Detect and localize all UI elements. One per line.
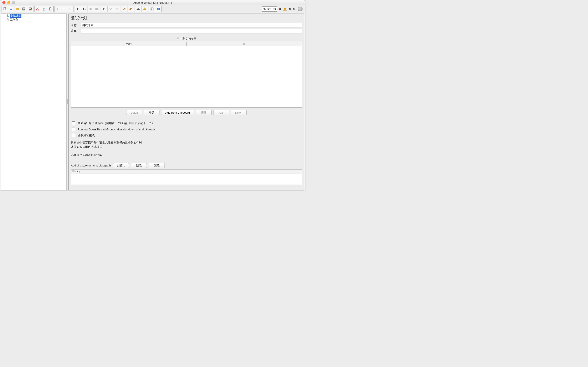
checkbox-serial[interactable] — [72, 121, 75, 125]
app-window: Apache JMeter (3.3 r1808647) — [0, 0, 305, 191]
copy-button[interactable] — [41, 6, 47, 12]
binoculars-icon — [136, 7, 140, 11]
search-button[interactable] — [135, 6, 141, 12]
remote-stop-icon — [109, 7, 113, 11]
classpath-label: Add directory or jar to classpath — [71, 164, 111, 167]
open-button[interactable] — [14, 6, 21, 12]
svg-point-29 — [137, 9, 138, 10]
tree-item-label: 测试计划 — [10, 14, 21, 18]
classpath-clear-button[interactable]: 清除 — [149, 163, 165, 168]
remote-start-icon — [102, 7, 106, 11]
bell-icon — [143, 7, 147, 11]
svg-rect-14 — [50, 8, 51, 8]
svg-rect-3 — [10, 9, 12, 9]
clear-button[interactable] — [121, 6, 128, 12]
clear-all-button[interactable] — [128, 6, 134, 12]
remote-start-button[interactable] — [101, 6, 108, 12]
warning-icon — [283, 7, 287, 11]
play-skip-icon — [82, 7, 86, 11]
toolbar: ? 00:00:00 0 0 / 0 — [0, 5, 305, 13]
svg-rect-5 — [23, 8, 25, 9]
broom-all-icon — [129, 7, 133, 11]
help-button[interactable]: ? — [155, 6, 161, 12]
svg-rect-12 — [43, 8, 45, 10]
flask-icon — [6, 14, 9, 17]
start-button[interactable] — [75, 6, 81, 12]
new-file-icon — [3, 7, 7, 11]
broom-icon — [122, 7, 126, 11]
svg-rect-35 — [285, 8, 285, 10]
shutdown-icon — [95, 7, 99, 11]
library-table[interactable]: Library — [71, 169, 302, 185]
library-header[interactable]: Library — [71, 170, 302, 174]
templates-button[interactable] — [8, 6, 14, 12]
reset-search-button[interactable] — [141, 6, 148, 12]
start-no-pause-button[interactable] — [81, 6, 87, 12]
status-indicator-icon — [298, 7, 303, 11]
copy-icon — [42, 7, 46, 11]
remote-shutdown-button[interactable] — [114, 6, 120, 12]
help-text-3: 选择这个选项很影响性能。 — [71, 153, 302, 157]
remote-stop-button[interactable] — [108, 6, 114, 12]
table-body[interactable] — [71, 46, 302, 108]
minus-icon — [62, 7, 66, 11]
vars-title: 用户定义的变量 — [71, 37, 302, 41]
checkbox-functional[interactable] — [72, 134, 75, 137]
svg-point-17 — [69, 8, 70, 8]
tree-item-test-plan[interactable]: 测试计划 — [1, 14, 67, 18]
remote-shutdown-icon — [115, 7, 119, 11]
check-functional[interactable]: 函数测试模式 — [71, 133, 302, 138]
add-from-clipboard-button[interactable]: Add from Clipboard — [161, 110, 194, 115]
svg-rect-2 — [10, 8, 12, 9]
editor-panel: 测试计划 名称： 注释： 用户定义的变量 名称: 值 — [69, 14, 304, 190]
save-button[interactable] — [21, 6, 27, 12]
new-button[interactable] — [2, 6, 8, 12]
check-teardown[interactable]: Run tearDown Thread Groups after shutdow… — [71, 127, 302, 132]
up-button[interactable]: Up — [213, 110, 229, 115]
tree-item-workbench[interactable]: 工作台 — [1, 18, 67, 22]
name-input[interactable] — [81, 23, 302, 28]
browse-button[interactable]: 浏览... — [113, 163, 129, 168]
col-name[interactable]: 名称: — [71, 42, 187, 46]
check-serial[interactable]: 独立运行每个线程组（例如在一个组运行结束后启动下一个） — [71, 121, 302, 126]
collapse-button[interactable] — [61, 6, 67, 12]
svg-point-30 — [138, 9, 139, 10]
svg-rect-38 — [7, 18, 8, 19]
shutdown-button[interactable] — [94, 6, 100, 12]
svg-rect-0 — [4, 8, 6, 10]
col-value[interactable]: 值 — [187, 42, 302, 46]
vars-buttons: Detail 添加 Add from Clipboard 删除 Up Down — [71, 110, 302, 115]
help-text-2: 才需要选择函数测试模式。 — [71, 145, 302, 149]
comment-input[interactable] — [81, 29, 302, 33]
toggle-button[interactable] — [67, 6, 73, 12]
save-as-button[interactable] — [27, 6, 33, 12]
down-button[interactable]: Down — [231, 110, 247, 115]
svg-point-22 — [105, 10, 106, 10]
panel-title: 测试计划 — [71, 16, 302, 21]
vars-table[interactable]: 名称: 值 — [71, 42, 302, 108]
stop-button[interactable] — [87, 6, 94, 12]
svg-rect-37 — [7, 18, 9, 21]
titlebar: Apache JMeter (3.3 r1808647) — [0, 0, 305, 5]
add-button[interactable]: 添加 — [144, 110, 159, 115]
comment-label: 注释： — [71, 29, 81, 33]
function-helper-button[interactable] — [149, 6, 155, 12]
svg-marker-20 — [95, 8, 98, 10]
tree-panel[interactable]: 测试计划 工作台 — [1, 14, 67, 190]
stop-icon — [89, 7, 93, 11]
clipboard-icon — [6, 18, 9, 21]
delete-button[interactable]: 删除 — [196, 110, 212, 115]
name-label: 名称： — [71, 23, 81, 27]
svg-point-24 — [111, 8, 112, 9]
svg-rect-8 — [29, 8, 31, 9]
detail-button[interactable]: Detail — [126, 110, 142, 115]
thread-count: 0 / 0 — [288, 8, 296, 11]
paste-button[interactable] — [47, 6, 53, 12]
expand-button[interactable] — [55, 6, 61, 12]
window-title: Apache JMeter (3.3 r1808647) — [0, 1, 305, 4]
cut-button[interactable] — [35, 6, 41, 12]
classpath-delete-button[interactable]: 删除 — [131, 163, 147, 168]
svg-point-25 — [110, 9, 111, 10]
table-header: 名称: 值 — [71, 42, 302, 46]
checkbox-teardown[interactable] — [72, 128, 75, 131]
